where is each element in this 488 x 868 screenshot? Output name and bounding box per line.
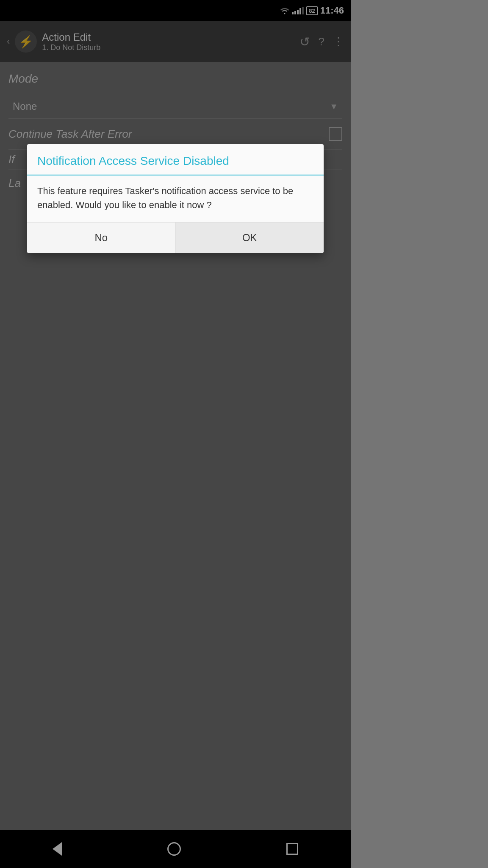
dialog-ok-button[interactable]: OK [176,223,324,253]
dialog: Notification Access Service Disabled Thi… [27,144,324,253]
dialog-actions: No OK [27,223,324,253]
dialog-title: Notification Access Service Disabled [27,144,324,168]
dialog-no-button[interactable]: No [27,223,175,253]
dialog-overlay: Notification Access Service Disabled Thi… [0,0,351,868]
dialog-body: This feature requires Tasker's notificat… [27,175,324,222]
